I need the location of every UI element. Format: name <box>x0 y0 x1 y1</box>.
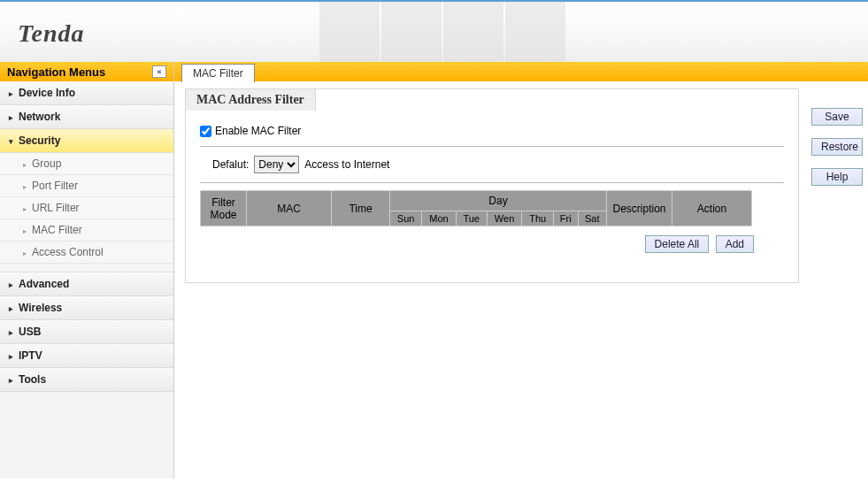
nav-sub-mac-filter[interactable]: MAC Filter <box>0 219 173 241</box>
col-day-mon: Mon <box>422 211 457 226</box>
tab-row: MAC Filter <box>174 62 868 81</box>
nav-title-text: Navigation Menus <box>7 65 105 79</box>
nav-item-advanced[interactable]: Advanced <box>0 272 173 296</box>
tab-mac-filter[interactable]: MAC Filter <box>181 64 255 82</box>
col-filter-mode: Filter Mode <box>201 191 247 226</box>
delete-all-button[interactable]: Delete All <box>645 235 710 253</box>
col-day-thu: Thu <box>522 211 553 226</box>
help-button[interactable]: Help <box>811 168 863 186</box>
nav-item-wireless[interactable]: Wireless <box>0 296 173 320</box>
col-action: Action <box>672 191 752 226</box>
col-mac: MAC <box>247 191 332 226</box>
nav-item-device-info[interactable]: Device Info <box>0 81 173 105</box>
panel-title: MAC Address Filter <box>185 88 316 111</box>
col-time: Time <box>332 191 390 226</box>
nav-item-iptv[interactable]: IPTV <box>0 344 173 368</box>
col-description: Description <box>607 191 672 226</box>
main-area: MAC Filter MAC Address Filter Enable MAC… <box>174 62 868 290</box>
nav-sub-port-filter[interactable]: Port Filter <box>0 175 173 197</box>
default-label: Defalut: <box>212 158 249 171</box>
brand-logo: Tenda <box>18 19 85 48</box>
collapse-sidebar-button[interactable]: « <box>152 65 166 78</box>
mac-filter-table: Filter Mode MAC Time Day Description Act… <box>200 190 752 226</box>
col-day-fri: Fri <box>553 211 578 226</box>
nav-sub-group[interactable]: Group <box>0 153 173 175</box>
add-button[interactable]: Add <box>716 235 754 253</box>
col-day: Day <box>390 191 607 211</box>
col-day-wen: Wen <box>487 211 522 226</box>
side-button-column: Save Restore Help <box>803 81 864 186</box>
nav-item-network[interactable]: Network <box>0 105 173 129</box>
header-banner: Tenda <box>0 0 868 62</box>
default-suffix-label: Access to Internet <box>304 158 389 171</box>
nav-sub-access-control[interactable]: Access Control <box>0 241 173 264</box>
banner-decor <box>319 2 566 64</box>
nav-item-tools[interactable]: Tools <box>0 368 173 392</box>
content-panel: MAC Address Filter Enable MAC Filter Def… <box>185 88 799 283</box>
col-day-sat: Sat <box>578 211 606 226</box>
nav-title-bar: Navigation Menus « <box>0 62 173 81</box>
enable-mac-filter-label: Enable MAC Filter <box>215 125 301 137</box>
enable-mac-filter-checkbox[interactable] <box>200 126 211 137</box>
default-mode-select[interactable]: Deny Allow <box>254 156 299 173</box>
restore-button[interactable]: Restore <box>811 138 863 156</box>
col-day-tue: Tue <box>456 211 487 226</box>
nav-item-usb[interactable]: USB <box>0 320 173 344</box>
sidebar: Navigation Menus « Device Info Network S… <box>0 62 174 479</box>
nav-sub-url-filter[interactable]: URL Filter <box>0 197 173 219</box>
col-day-sun: Sun <box>390 211 422 226</box>
nav-item-security[interactable]: Security <box>0 129 173 153</box>
save-button[interactable]: Save <box>811 108 863 126</box>
